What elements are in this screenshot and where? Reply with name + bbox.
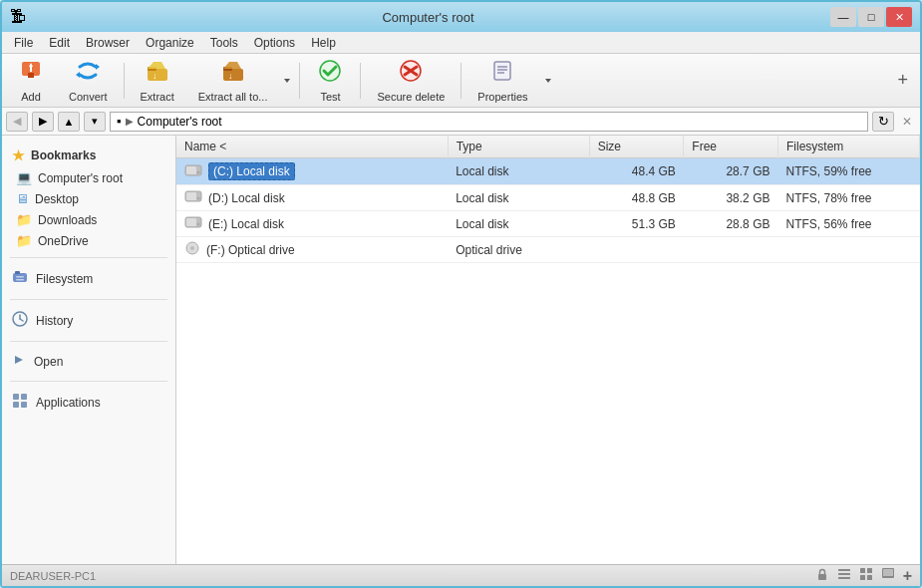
table-row[interactable]: (D:) Local diskLocal disk48.8 GB38.2 GBN…: [176, 185, 920, 211]
sidebar-divider-1: [10, 257, 167, 258]
extract-icon: ↓: [146, 59, 169, 89]
extract-all-icon: ↓: [221, 59, 245, 89]
row-name: (F:) Optical drive: [206, 243, 295, 257]
onedrive-label: OneDrive: [38, 234, 89, 248]
svg-rect-26: [16, 276, 24, 278]
file-table: Name < Type Size Free Filesystem (C:) Lo…: [176, 136, 920, 263]
table-row[interactable]: (C:) Local diskLocal disk48.4 GB28.7 GBN…: [176, 158, 920, 185]
svg-line-30: [20, 319, 23, 321]
sidebar-item-history[interactable]: History: [2, 306, 175, 335]
col-header-name[interactable]: Name <: [176, 136, 448, 158]
svg-rect-25: [15, 271, 20, 274]
nav-up-button[interactable]: ▲: [58, 112, 80, 132]
minimize-button[interactable]: —: [830, 7, 856, 27]
svg-point-44: [197, 223, 200, 226]
table-header-row: Name < Type Size Free Filesystem: [176, 136, 920, 158]
col-header-free[interactable]: Free: [684, 136, 778, 158]
menu-organize[interactable]: Organize: [138, 34, 202, 52]
sidebar: ★ Bookmarks 💻 Computer's root 🖥 Desktop …: [2, 136, 176, 564]
test-icon: [316, 59, 344, 89]
svg-rect-43: [186, 218, 196, 226]
sidebar-item-desktop[interactable]: 🖥 Desktop: [2, 188, 175, 209]
svg-rect-33: [21, 394, 27, 400]
grid-view-icon[interactable]: [859, 567, 873, 584]
svg-rect-52: [867, 568, 872, 573]
maximize-button[interactable]: □: [858, 7, 884, 27]
add-icon: [19, 59, 43, 89]
convert-label: Convert: [69, 91, 108, 103]
svg-marker-31: [15, 356, 23, 364]
svg-rect-32: [13, 394, 19, 400]
properties-label: Properties: [477, 91, 527, 103]
col-header-type[interactable]: Type: [448, 136, 589, 158]
sidebar-item-applications[interactable]: Applications: [2, 388, 175, 417]
extract-all-button[interactable]: ↓ Extract all to...: [187, 58, 279, 104]
sidebar-item-onedrive[interactable]: 📁 OneDrive: [2, 230, 175, 251]
lock-icon[interactable]: [815, 567, 829, 584]
table-row[interactable]: (E:) Local diskLocal disk51.3 GB28.8 GBN…: [176, 211, 920, 237]
address-close[interactable]: ✕: [898, 113, 916, 131]
col-header-filesystem[interactable]: Filesystem: [777, 136, 919, 158]
menu-tools[interactable]: Tools: [202, 34, 246, 52]
menu-browser[interactable]: Browser: [78, 34, 138, 52]
svg-marker-14: [284, 79, 290, 83]
main-content: ★ Bookmarks 💻 Computer's root 🖥 Desktop …: [2, 136, 920, 564]
test-label: Test: [320, 91, 340, 103]
svg-text:↓: ↓: [228, 71, 233, 81]
svg-rect-35: [21, 402, 27, 408]
menu-edit[interactable]: Edit: [41, 34, 78, 52]
list-view-icon[interactable]: [837, 567, 851, 584]
nav-forward-button[interactable]: ▶: [32, 112, 54, 132]
extract-all-dropdown[interactable]: [280, 58, 294, 104]
properties-button[interactable]: Properties: [466, 58, 538, 104]
refresh-button[interactable]: ↻: [872, 112, 894, 132]
nav-dropdown-button[interactable]: ▾: [84, 112, 106, 132]
col-header-size[interactable]: Size: [589, 136, 684, 158]
thumbnail-view-icon[interactable]: [881, 567, 895, 584]
window-title: Computer's root: [26, 10, 830, 25]
downloads-label: Downloads: [38, 213, 97, 227]
add-button[interactable]: Add: [6, 58, 56, 104]
svg-rect-19: [494, 62, 510, 80]
row-name: (C:) Local disk: [208, 162, 295, 180]
svg-rect-56: [883, 569, 893, 576]
toolbar-sep-3: [360, 63, 361, 99]
address-path[interactable]: ▪ ▶ Name Computer's root: [110, 112, 868, 132]
applications-label: Applications: [36, 396, 101, 410]
toolbar-add-more[interactable]: +: [889, 70, 916, 91]
svg-marker-12: [223, 62, 241, 69]
menu-options[interactable]: Options: [246, 34, 303, 52]
desktop-icon: 🖥: [16, 191, 29, 206]
svg-marker-8: [148, 62, 165, 69]
path-segment: Computer's root: [138, 115, 222, 129]
table-row[interactable]: (F:) Optical driveOptical drive: [176, 237, 920, 263]
star-icon: ★: [12, 147, 25, 163]
extract-button[interactable]: ↓ Extract: [130, 58, 185, 104]
svg-rect-1: [28, 73, 34, 78]
sidebar-item-filesystem[interactable]: Filesystem: [2, 264, 175, 293]
path-icon: ▪: [117, 114, 122, 129]
secure-delete-button[interactable]: Secure delete: [366, 58, 456, 104]
sidebar-item-computers-root[interactable]: 💻 Computer's root: [2, 167, 175, 188]
sidebar-divider-3: [10, 341, 167, 342]
menu-file[interactable]: File: [6, 34, 41, 52]
disk-icon: [184, 189, 202, 206]
add-label: Add: [21, 91, 41, 103]
secure-delete-label: Secure delete: [377, 91, 445, 103]
menu-help[interactable]: Help: [303, 34, 344, 52]
properties-dropdown[interactable]: [541, 58, 555, 104]
extract-all-label: Extract all to...: [198, 91, 268, 103]
close-button[interactable]: ✕: [886, 7, 912, 27]
convert-button[interactable]: Convert: [58, 58, 119, 104]
applications-icon: [12, 393, 28, 412]
svg-rect-40: [186, 192, 196, 200]
nav-back-button[interactable]: ◀: [6, 112, 28, 132]
sidebar-item-downloads[interactable]: 📁 Downloads: [2, 209, 175, 230]
statusbar-plus[interactable]: +: [903, 567, 912, 585]
menu-bar: File Edit Browser Organize Tools Options…: [2, 32, 920, 54]
test-button[interactable]: Test: [305, 58, 355, 104]
disk-icon: [184, 215, 202, 232]
svg-rect-54: [867, 575, 872, 580]
sidebar-divider-2: [10, 299, 167, 300]
sidebar-item-open[interactable]: Open: [2, 348, 175, 375]
